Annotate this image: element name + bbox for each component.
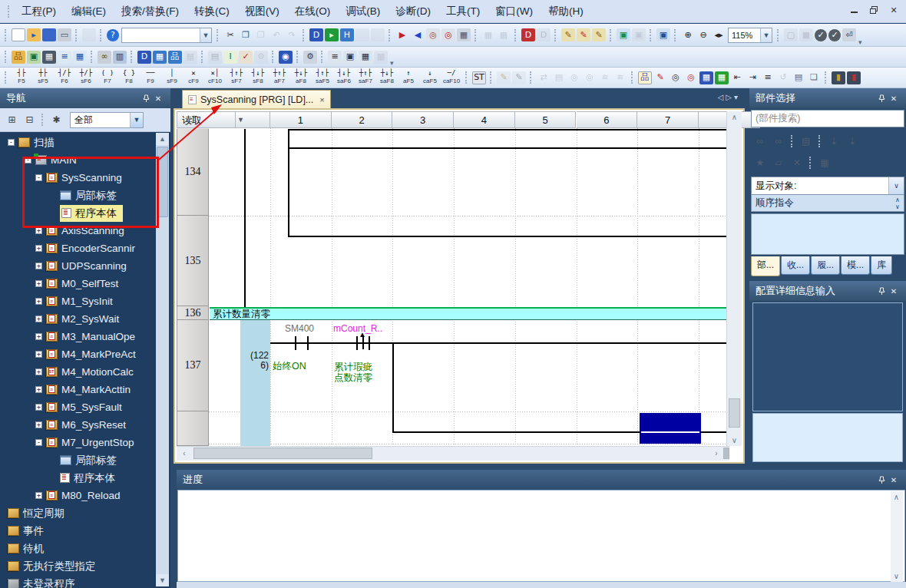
ladder-symbol-aF5[interactable]: ↑aF5: [398, 68, 418, 88]
cross-reference-icon[interactable]: ▤: [208, 51, 222, 64]
close-icon[interactable]: ✕: [152, 92, 164, 104]
contact2-device[interactable]: mCount_R..: [333, 323, 382, 334]
build-stop-icon[interactable]: ■: [799, 28, 813, 41]
convert-icon[interactable]: ✓: [815, 29, 827, 41]
note-icon[interactable]: ✎: [577, 28, 590, 41]
device-tree-icon[interactable]: 品: [168, 51, 182, 64]
ladder-canvas[interactable]: 累计数量清零 (1226) SM400 始终ON ▲ mCount_R.. 累计…: [209, 128, 729, 446]
expand-icon[interactable]: +: [35, 404, 42, 411]
tree-item-SysScanning[interactable]: -≡SysScanning: [0, 169, 155, 187]
read-from-plc-icon[interactable]: ◀: [411, 28, 425, 41]
device-k-icon[interactable]: D: [137, 51, 151, 64]
expand-icon[interactable]: +: [35, 492, 42, 499]
tree-item-未登录程序[interactable]: 未登录程序: [0, 575, 155, 588]
ladder-symbol-F7[interactable]: ( )F7: [98, 68, 117, 88]
list-edit-icon[interactable]: ▤: [792, 71, 805, 84]
menu-item-11[interactable]: 帮助(H): [541, 3, 591, 19]
rung-comment-band[interactable]: 累计数量清零: [210, 307, 729, 320]
contact1-device[interactable]: SM400: [285, 323, 314, 334]
insert-special-icon[interactable]: [371, 28, 385, 41]
tree-item-程序本体[interactable]: ≣程序本体: [0, 204, 155, 222]
undo-icon[interactable]: ↶: [269, 28, 283, 41]
check-program-icon[interactable]: ▢: [784, 28, 798, 41]
window-grid-icon[interactable]: ▦: [359, 51, 372, 64]
menu-item-9[interactable]: 工具(T): [438, 3, 488, 19]
ladder-symbol-sF7[interactable]: ┤↑├sF7: [226, 68, 246, 88]
io-check-icon[interactable]: ✓: [239, 51, 253, 64]
tree-item-M2_SysWait[interactable]: +≡M2_SysWait: [0, 310, 155, 328]
tree-item-M80_Reload[interactable]: +≡M80_Reload: [0, 487, 155, 504]
expand-icon[interactable]: +: [35, 280, 42, 287]
buffer-monitor-icon[interactable]: ▦: [497, 28, 511, 41]
close-button[interactable]: ✕: [888, 5, 900, 15]
ladder-symbol-cF9[interactable]: ✕cF9: [184, 68, 203, 88]
help-icon[interactable]: ?: [107, 29, 119, 41]
tree-filter-dropdown[interactable]: 全部▼: [70, 112, 144, 128]
scroll-down-icon[interactable]: ▼: [156, 574, 169, 586]
tree-item-恒定周期[interactable]: 恒定周期: [0, 504, 155, 522]
expand-icon[interactable]: +: [35, 263, 42, 269]
ladder-symbol-saF7[interactable]: ┼↑├saF7: [355, 68, 375, 88]
document-tab[interactable]: ≡SysScanning [PRG] [LD]...×: [182, 90, 331, 109]
expand-icon[interactable]: +: [35, 245, 42, 252]
monitor-edit-icon[interactable]: ◎: [583, 71, 597, 84]
pin-icon[interactable]: [875, 285, 888, 297]
st-editor-icon[interactable]: ST: [472, 71, 486, 84]
monitor-start-icon[interactable]: ▣: [617, 28, 630, 41]
label-list-icon[interactable]: ▦: [73, 51, 87, 64]
dbg-2-icon[interactable]: ▦: [715, 71, 729, 84]
cut-icon[interactable]: ✂: [223, 28, 237, 41]
editor-vertical-scrollbar[interactable]: ∧ ∨: [726, 111, 742, 446]
expand-icon[interactable]: +: [35, 298, 42, 305]
parts-tab-4[interactable]: 模...: [841, 256, 870, 275]
ladder-symbol-saF6[interactable]: ┤↓├saF6: [334, 68, 354, 88]
menu-item-2[interactable]: 编辑(E): [64, 3, 114, 19]
pin-icon[interactable]: [875, 474, 888, 486]
collapse-icon[interactable]: -: [35, 439, 42, 446]
editor-horizontal-scrollbar[interactable]: ‹ ›: [177, 446, 729, 461]
tree-item-AxisScanning[interactable]: +≡AxisScanning: [0, 222, 155, 239]
device-memory-icon[interactable]: H: [340, 28, 354, 41]
monitor-mode-icon[interactable]: ◎: [567, 71, 581, 84]
device-monitor-icon[interactable]: ▸: [325, 28, 339, 41]
delete-x-icon[interactable]: ✕: [789, 156, 805, 170]
expand-icon[interactable]: +: [35, 315, 42, 322]
undo-row-icon[interactable]: ↺: [776, 71, 790, 84]
statement-edit-icon[interactable]: ✎: [497, 71, 511, 84]
tree-item-扫描[interactable]: -扫描: [0, 134, 155, 151]
expand-icon[interactable]: +: [35, 386, 42, 393]
parts-tab-5[interactable]: 库: [871, 256, 892, 275]
note-edit-icon[interactable]: ✎: [512, 71, 526, 84]
tree-item-M1_SysInit[interactable]: +≡M1_SysInit: [0, 292, 155, 310]
ladder-symbol-sF9[interactable]: │sF9: [162, 68, 182, 88]
read-mode-icon[interactable]: ▤: [552, 71, 566, 84]
device-assign-icon[interactable]: ⚙: [254, 51, 268, 64]
shift-left-icon[interactable]: ⇤: [730, 71, 744, 84]
expand-icon[interactable]: +: [35, 227, 42, 234]
dbg-1-icon[interactable]: ▦: [699, 71, 713, 84]
find-device-doc-icon[interactable]: ◎: [669, 71, 683, 84]
ladder-symbol-aF7[interactable]: ┼↑├aF7: [269, 68, 289, 88]
scrollbar-thumb[interactable]: [157, 147, 168, 217]
expand-icon[interactable]: +: [35, 333, 42, 340]
add-favorites-icon[interactable]: ▤: [799, 134, 814, 148]
ladder-symbol-sF5[interactable]: ┼├sF5: [33, 68, 53, 88]
convert-all-icon[interactable]: ✓: [828, 29, 841, 41]
tree-item-M4_MarkActtin[interactable]: +≡M4_MarkActtin: [0, 381, 155, 398]
tree-item-M4_MotionCalc[interactable]: +STM4_MotionCalc: [0, 363, 155, 381]
ladder-symbol-sF6[interactable]: ┼/├sF6: [76, 68, 96, 88]
collapse-icon[interactable]: -: [8, 139, 15, 146]
display-target-dropdown[interactable]: 显示对象:∨: [751, 177, 904, 195]
restore-button[interactable]: [868, 5, 880, 15]
print-icon[interactable]: ▭: [58, 28, 71, 41]
shift-right-icon[interactable]: ⇥: [746, 71, 759, 84]
verify-with-plc-icon[interactable]: ◎: [426, 28, 440, 41]
overwrite-mode-icon[interactable]: ≋: [613, 71, 627, 84]
tree-item-M4_MarkPreAct[interactable]: +≡M4_MarkPreAct: [0, 345, 155, 363]
device-batch-monitor-icon[interactable]: ▦: [481, 28, 495, 41]
tab-close-icon[interactable]: ×: [319, 95, 324, 104]
config-detail-input[interactable]: [752, 413, 903, 462]
find-edit-icon[interactable]: ◎: [684, 71, 698, 84]
edit-branch-icon[interactable]: ✎: [653, 71, 667, 84]
redo-icon[interactable]: ↷: [285, 28, 299, 41]
